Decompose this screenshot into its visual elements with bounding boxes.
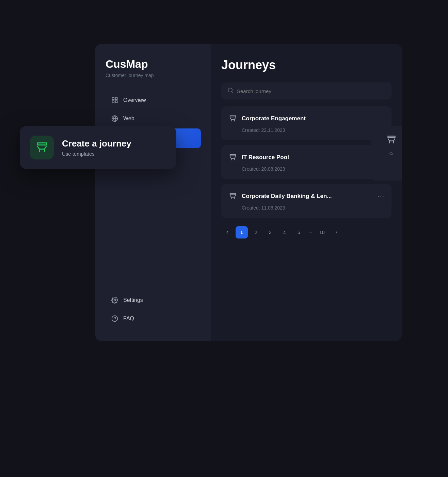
globe-icon xyxy=(111,115,118,122)
partial-journey-card: Cr xyxy=(371,126,402,181)
sidebar-item-settings[interactable]: Settings xyxy=(106,292,201,309)
sidebar-item-overview-label: Overview xyxy=(123,97,146,103)
journey-date-2: Created: 20.08.2023 xyxy=(228,166,385,172)
journey-card-3[interactable]: Corporate Daily Banking & Len... ··· Cre… xyxy=(221,184,391,218)
app-title: CusMap xyxy=(106,58,201,71)
journey-icon-3 xyxy=(228,191,238,201)
grid-icon xyxy=(111,96,118,104)
pagination: 1 2 3 4 5 ··· 10 xyxy=(221,226,391,238)
svg-point-7 xyxy=(114,299,116,301)
pagination-next[interactable] xyxy=(330,226,342,238)
create-journey-subtitle: Use templates xyxy=(62,151,131,157)
journey-date-1: Created: 22.11.2023 xyxy=(228,127,385,133)
create-journey-icon xyxy=(30,136,54,159)
journey-icon-1 xyxy=(228,114,238,123)
svg-point-10 xyxy=(228,88,232,92)
main-content: Journeys Corp xyxy=(211,44,402,341)
create-journey-text: Create a journey Use templates xyxy=(62,138,131,157)
create-journey-card[interactable]: Create a journey Use templates xyxy=(20,126,176,169)
create-journey-title: Create a journey xyxy=(62,138,131,149)
sidebar-item-overview[interactable]: Overview xyxy=(106,92,201,109)
svg-line-11 xyxy=(231,91,233,92)
journey-card-2[interactable]: IT Resource Pool ··· Created: 20.08.2023 xyxy=(221,145,391,179)
pagination-prev[interactable] xyxy=(221,226,234,238)
pagination-page-2[interactable]: 2 xyxy=(250,226,262,238)
page-title: Journeys xyxy=(221,58,391,72)
pagination-page-3[interactable]: 3 xyxy=(264,226,276,238)
svg-rect-0 xyxy=(112,98,114,100)
question-icon xyxy=(111,315,118,322)
sidebar: CusMap Customer journey map Overview xyxy=(95,44,211,341)
svg-rect-2 xyxy=(112,101,114,103)
svg-rect-1 xyxy=(115,98,117,100)
sidebar-item-web-label: Web xyxy=(123,116,134,122)
pagination-page-1[interactable]: 1 xyxy=(236,226,248,238)
sidebar-bottom: Settings FAQ xyxy=(106,292,201,327)
sidebar-item-web[interactable]: Web xyxy=(106,110,201,127)
journey-menu-3[interactable]: ··· xyxy=(378,193,385,200)
pagination-page-5[interactable]: 5 xyxy=(293,226,305,238)
journey-name-1: Corporate Engagement xyxy=(242,115,385,122)
partial-card-label: Cr xyxy=(389,151,394,156)
pagination-page-4[interactable]: 4 xyxy=(278,226,291,238)
pagination-page-10[interactable]: 10 xyxy=(316,226,328,238)
search-input[interactable] xyxy=(237,88,385,94)
journey-name-2: IT Resource Pool xyxy=(242,154,373,161)
journey-icon-2 xyxy=(228,153,238,162)
journey-date-3: Created: 11.06.2023 xyxy=(228,205,385,211)
pagination-ellipsis: ··· xyxy=(307,230,314,235)
sidebar-item-settings-label: Settings xyxy=(123,297,143,303)
search-icon xyxy=(227,87,234,95)
journey-name-3: Corporate Daily Banking & Len... xyxy=(242,193,373,200)
journey-card-1[interactable]: Corporate Engagement Created: 22.11.2023 xyxy=(221,106,391,140)
partial-card-icon xyxy=(385,133,398,147)
app-subtitle: Customer journey map xyxy=(106,73,201,78)
search-bar[interactable] xyxy=(221,82,391,99)
gear-icon xyxy=(111,296,118,304)
svg-rect-3 xyxy=(115,101,117,103)
sidebar-item-faq[interactable]: FAQ xyxy=(106,310,201,327)
sidebar-item-faq-label: FAQ xyxy=(123,316,134,322)
